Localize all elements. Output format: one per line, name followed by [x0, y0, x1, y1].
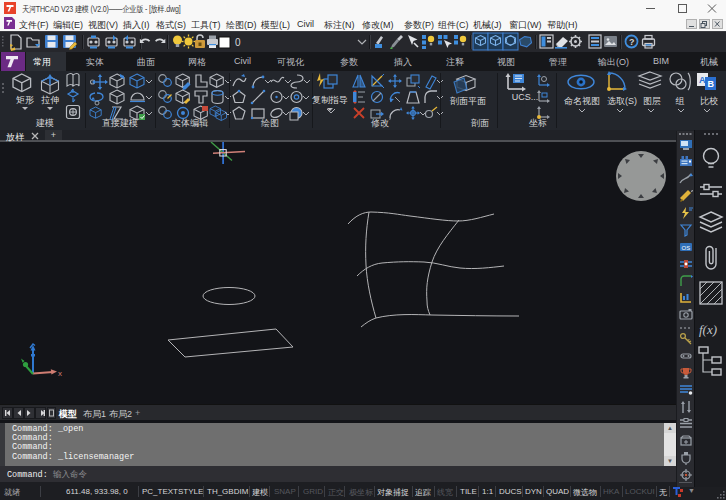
svg-text:f(x): f(x) [699, 322, 717, 337]
svg-text:B: B [708, 79, 715, 89]
svg-text:A: A [699, 75, 706, 85]
svg-text:0: 0 [235, 37, 241, 48]
svg-text:?: ? [629, 37, 635, 47]
svg-text:x: x [58, 369, 62, 378]
svg-text:OS: OS [682, 245, 691, 251]
